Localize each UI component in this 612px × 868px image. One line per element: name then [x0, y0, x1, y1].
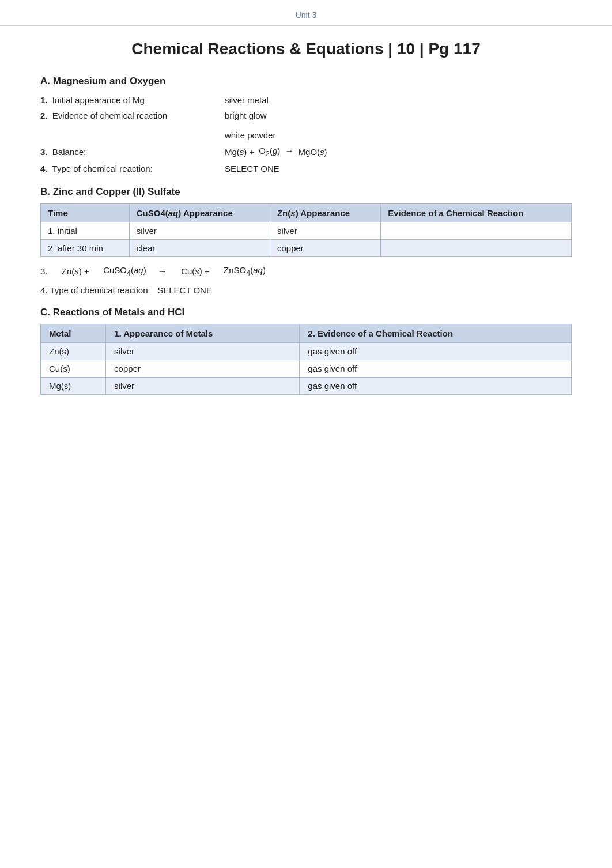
table-c-header-appearance: 1. Appearance of Metals	[106, 324, 300, 343]
section-b-title: B. Zinc and Copper (II) Sulfate	[40, 186, 572, 198]
page-title: Chemical Reactions & Equations | 10 | Pg…	[0, 40, 612, 58]
table-b-row-2: 2. after 30 min clear copper	[41, 240, 572, 257]
table-b-row-1-time: 1. initial	[41, 222, 130, 240]
table-c-row-3-appearance: silver	[106, 378, 300, 395]
section-a-row-1-number: 1.	[40, 95, 48, 105]
section-a-row-2: 2. Evidence of chemical reaction bright …	[40, 111, 572, 140]
content-area: A. Magnesium and Oxygen 1. Initial appea…	[0, 76, 612, 395]
table-c-row-3: Mg(s) silver gas given off	[41, 378, 572, 395]
section-a-title: A. Magnesium and Oxygen	[40, 76, 572, 87]
section-a-row-3-label: 3. Balance:	[40, 147, 225, 157]
section-a-row-3-text: Balance:	[52, 147, 86, 157]
section-a-row-4-label: 4. Type of chemical reaction:	[40, 164, 225, 173]
section-a-row-2-text: Evidence of chemical reaction	[52, 111, 167, 120]
table-b-header-cuso4: CuSO4(aq) Appearance	[129, 204, 270, 222]
section-a-row-4-number: 4.	[40, 164, 48, 173]
equation-left: Mg(s) +	[225, 147, 254, 157]
table-b-row-1-zn: silver	[270, 222, 380, 240]
section-a-row-1-text: Initial appearance of Mg	[52, 95, 145, 105]
table-b-row-1-evidence	[381, 222, 572, 240]
section-b-type-value[interactable]: SELECT ONE	[157, 285, 212, 295]
table-c-row-1-appearance: silver	[106, 343, 300, 360]
section-c-table: Metal 1. Appearance of Metals 2. Evidenc…	[40, 324, 572, 395]
section-b-eq-left2: CuSO4(aq)	[103, 265, 146, 277]
section-a-row-2-values: bright glow white powder	[225, 111, 275, 140]
section-a-row-1: 1. Initial appearance of Mg silver metal	[40, 95, 572, 105]
unit-header: Unit 3	[0, 0, 612, 26]
table-c-row-1-evidence: gas given off	[300, 343, 572, 360]
table-c-row-2-metal: Cu(s)	[41, 360, 106, 378]
table-b-row-1-cuso4: silver	[129, 222, 270, 240]
equation-middle: O2(g) →	[259, 146, 293, 158]
section-a-row-4: 4. Type of chemical reaction: SELECT ONE	[40, 164, 572, 173]
table-c-row-2-evidence: gas given off	[300, 360, 572, 378]
section-b-type-reaction: 4. Type of chemical reaction: SELECT ONE	[40, 285, 572, 295]
table-c-row-3-metal: Mg(s)	[41, 378, 106, 395]
section-c-title: C. Reactions of Metals and HCl	[40, 307, 572, 318]
table-c-row-2: Cu(s) copper gas given off	[41, 360, 572, 378]
table-b-row-2-time: 2. after 30 min	[41, 240, 130, 257]
section-b-eq-left1: Zn(s) +	[62, 266, 89, 276]
section-a-row-3-equation: Mg(s) + O2(g) → MgO(s)	[225, 146, 327, 158]
table-b-row-1: 1. initial silver silver	[41, 222, 572, 240]
section-a-row-3-number: 3.	[40, 147, 48, 157]
section-b-eq-num: 3.	[40, 266, 48, 276]
equation-right: MgO(s)	[299, 147, 327, 157]
table-c-row-1: Zn(s) silver gas given off	[41, 343, 572, 360]
section-a-row-2-value-2: white powder	[225, 130, 275, 140]
table-b-row-2-cuso4: clear	[129, 240, 270, 257]
section-b-table: Time CuSO4(aq) Appearance Zn(s) Appearan…	[40, 203, 572, 257]
section-b-type-label: 4. Type of chemical reaction:	[40, 285, 150, 295]
section-a-row-4-value[interactable]: SELECT ONE	[225, 164, 279, 173]
table-b-header-time: Time	[41, 204, 130, 222]
section-b-eq-arrow: →	[158, 266, 167, 277]
table-b-header-evidence: Evidence of a Chemical Reaction	[381, 204, 572, 222]
section-a-row-3: 3. Balance: Mg(s) + O2(g) → MgO(s)	[40, 146, 572, 158]
section-b-eq-right1: Cu(s) +	[181, 266, 210, 276]
section-a-row-1-value: silver metal	[225, 95, 269, 105]
section-b-equation-row: 3. Zn(s) + CuSO4(aq) → Cu(s) + ZnSO4(aq)	[40, 265, 572, 277]
table-b-row-2-zn: copper	[270, 240, 380, 257]
section-b-eq-right2: ZnSO4(aq)	[224, 265, 266, 277]
unit-label: Unit 3	[296, 10, 317, 20]
section-a-row-2-number: 2.	[40, 111, 48, 120]
table-b-row-2-evidence	[381, 240, 572, 257]
table-c-header-evidence: 2. Evidence of a Chemical Reaction	[300, 324, 572, 343]
table-c-row-1-metal: Zn(s)	[41, 343, 106, 360]
table-c-row-2-appearance: copper	[106, 360, 300, 378]
section-a-row-4-text: Type of chemical reaction:	[52, 164, 153, 173]
section-a-row-2-label: 2. Evidence of chemical reaction	[40, 111, 225, 120]
table-b-header-zn: Zn(s) Appearance	[270, 204, 380, 222]
section-a-row-2-value-1: bright glow	[225, 111, 275, 120]
table-c-header-metal: Metal	[41, 324, 106, 343]
table-c-row-3-evidence: gas given off	[300, 378, 572, 395]
section-a-row-1-label: 1. Initial appearance of Mg	[40, 95, 225, 105]
